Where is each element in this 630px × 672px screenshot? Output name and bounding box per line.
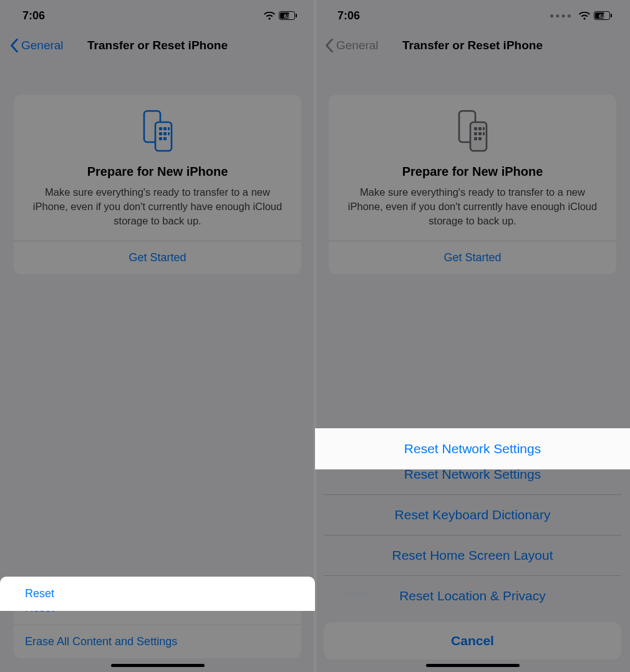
wifi-icon: [264, 12, 275, 20]
devices-icon: [138, 108, 178, 153]
home-indicator[interactable]: [111, 664, 205, 667]
svg-rect-13: [163, 137, 167, 140]
home-indicator[interactable]: [426, 664, 520, 667]
sheet-option-reset-home[interactable]: Reset Home Screen Layout: [324, 535, 621, 576]
chevron-left-icon: [325, 39, 334, 52]
prepare-card: Prepare for New iPhone Make sure everyth…: [14, 95, 301, 274]
card-body: Make sure everything's ready to transfer…: [340, 185, 605, 241]
devices-icon: [453, 108, 493, 153]
svg-rect-25: [483, 132, 485, 135]
svg-rect-11: [168, 132, 170, 135]
svg-rect-7: [163, 127, 167, 130]
sheet-option-reset-location[interactable]: Reset Location & Privacy: [324, 576, 621, 616]
card-title: Prepare for New iPhone: [25, 165, 290, 179]
get-started-button[interactable]: Get Started: [25, 241, 290, 274]
svg-rect-23: [474, 132, 477, 135]
svg-rect-8: [168, 127, 170, 130]
left-screenshot: 7:06 62 General Transfer or Reset iPhone: [0, 0, 315, 672]
svg-rect-20: [474, 127, 477, 130]
back-button[interactable]: General: [10, 39, 64, 52]
highlight-reset-network[interactable]: Reset Network Settings: [315, 428, 630, 469]
status-bar: 7:06 62: [0, 0, 315, 31]
right-screenshot: 7:06 ●●●● 62 General Transfer or Reset i…: [315, 0, 630, 672]
svg-rect-10: [163, 132, 167, 135]
svg-rect-19: [470, 122, 487, 151]
prepare-card: Prepare for New iPhone Make sure everyth…: [329, 95, 616, 274]
status-time: 7:06: [22, 9, 45, 22]
svg-rect-16: [611, 14, 612, 17]
card-body: Make sure everything's ready to transfer…: [25, 185, 290, 241]
nav-bar: General Transfer or Reset iPhone: [315, 31, 630, 60]
sheet-cancel-button[interactable]: Cancel: [324, 622, 621, 660]
recording-dots-icon: ●●●●: [550, 11, 573, 20]
back-label: General: [21, 39, 64, 52]
highlight-reset[interactable]: Reset: [0, 577, 315, 611]
battery-icon: 62: [279, 11, 298, 20]
card-title: Prepare for New iPhone: [340, 165, 605, 179]
svg-rect-27: [478, 137, 482, 140]
svg-rect-26: [474, 137, 477, 140]
nav-bar: General Transfer or Reset iPhone: [0, 31, 315, 60]
svg-rect-6: [159, 127, 162, 130]
status-bar: 7:06 ●●●● 62: [315, 0, 630, 31]
svg-text:62: 62: [599, 13, 605, 19]
svg-rect-12: [159, 137, 162, 140]
svg-rect-24: [478, 132, 482, 135]
battery-icon: 62: [594, 11, 613, 20]
svg-text:62: 62: [284, 13, 290, 19]
svg-rect-22: [483, 127, 485, 130]
chevron-left-icon: [10, 39, 19, 52]
svg-rect-2: [296, 14, 297, 17]
erase-row[interactable]: Erase All Content and Settings: [14, 625, 301, 658]
sheet-option-reset-keyboard[interactable]: Reset Keyboard Dictionary: [324, 495, 621, 535]
svg-rect-9: [159, 132, 162, 135]
svg-rect-5: [155, 122, 172, 151]
back-button[interactable]: General: [325, 39, 379, 52]
get-started-button[interactable]: Get Started: [340, 241, 605, 274]
status-time: 7:06: [337, 9, 360, 22]
svg-rect-21: [478, 127, 482, 130]
back-label: General: [336, 39, 379, 52]
wifi-icon: [579, 12, 590, 20]
